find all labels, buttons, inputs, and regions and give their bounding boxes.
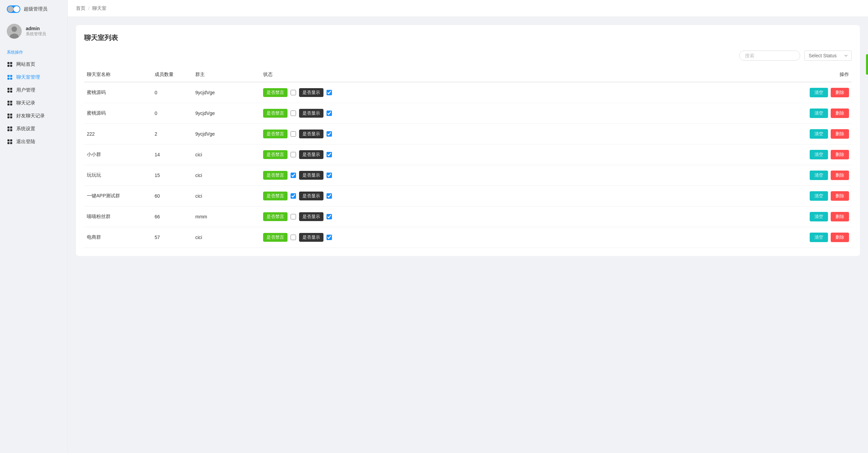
cell-members-0: 0 — [152, 90, 193, 95]
clear-button-1[interactable]: 清空 — [810, 109, 828, 118]
nav-icon-chat-log — [7, 100, 13, 106]
ban-checkbox-wrapper-4[interactable] — [290, 172, 296, 178]
section-label: 系统操作 — [0, 44, 67, 58]
delete-button-1[interactable]: 删除 — [831, 109, 849, 118]
ban-checkbox-3[interactable] — [291, 152, 296, 157]
ban-checkbox-wrapper-7[interactable] — [290, 234, 296, 240]
delete-button-3[interactable]: 删除 — [831, 150, 849, 159]
ban-checkbox-wrapper-1[interactable] — [290, 110, 296, 116]
sidebar-item-chatroom[interactable]: 聊天室管理 — [0, 71, 67, 84]
avatar — [7, 24, 22, 39]
ban-checkbox-2[interactable] — [291, 131, 296, 137]
show-checkbox-7[interactable] — [327, 235, 332, 240]
show-checkbox-wrapper-5[interactable] — [326, 193, 332, 199]
ban-checkbox-6[interactable] — [291, 214, 296, 219]
show-checkbox-wrapper-2[interactable] — [326, 131, 332, 137]
show-checkbox-5[interactable] — [327, 193, 332, 199]
ban-checkbox-1[interactable] — [291, 111, 296, 116]
svg-rect-26 — [10, 129, 12, 131]
cell-name-4: 玩玩玩 — [84, 172, 152, 178]
show-checkbox-6[interactable] — [327, 214, 332, 219]
ban-button-0[interactable]: 是否禁言 — [263, 88, 288, 97]
clear-button-0[interactable]: 清空 — [810, 88, 828, 97]
ban-button-6[interactable]: 是否禁言 — [263, 212, 288, 221]
svg-rect-16 — [10, 101, 12, 103]
show-checkbox-2[interactable] — [327, 131, 332, 137]
ban-checkbox-wrapper-0[interactable] — [290, 90, 296, 96]
show-checkbox-wrapper-4[interactable] — [326, 172, 332, 178]
select-status[interactable]: Select Status 启用 禁用 — [804, 51, 852, 61]
delete-button-6[interactable]: 删除 — [831, 212, 849, 221]
toggle-icon[interactable] — [7, 5, 20, 13]
show-checkbox-0[interactable] — [327, 90, 332, 95]
show-checkbox-wrapper-0[interactable] — [326, 90, 332, 96]
ban-checkbox-wrapper-6[interactable] — [290, 214, 296, 220]
ban-checkbox-wrapper-2[interactable] — [290, 131, 296, 137]
ban-button-5[interactable]: 是否禁言 — [263, 192, 288, 200]
nav-icon-logout — [7, 139, 13, 145]
svg-rect-29 — [7, 142, 9, 144]
cell-status-4: 是否禁言 是否显示 — [260, 171, 801, 180]
clear-button-7[interactable]: 清空 — [810, 233, 828, 242]
ban-checkbox-wrapper-5[interactable] — [290, 193, 296, 199]
col-actions: 操作 — [801, 72, 852, 78]
cell-owner-6: mmm — [193, 214, 260, 219]
ban-button-4[interactable]: 是否禁言 — [263, 171, 288, 180]
cell-members-3: 14 — [152, 152, 193, 157]
breadcrumb-home[interactable]: 首页 — [76, 5, 85, 12]
delete-button-0[interactable]: 删除 — [831, 88, 849, 97]
show-checkbox-3[interactable] — [327, 152, 332, 157]
show-checkbox-wrapper-7[interactable] — [326, 234, 332, 240]
ban-button-2[interactable]: 是否禁言 — [263, 130, 288, 138]
clear-button-4[interactable]: 清空 — [810, 171, 828, 180]
ban-checkbox-wrapper-3[interactable] — [290, 152, 296, 158]
ban-button-7[interactable]: 是否禁言 — [263, 233, 288, 242]
svg-rect-12 — [10, 88, 12, 90]
search-input[interactable] — [739, 51, 800, 61]
delete-button-7[interactable]: 删除 — [831, 233, 849, 242]
table-header: 聊天室名称 成员数量 群主 状态 操作 — [84, 67, 852, 82]
show-button-0[interactable]: 是否显示 — [299, 88, 323, 97]
show-button-4[interactable]: 是否显示 — [299, 171, 323, 180]
clear-button-5[interactable]: 清空 — [810, 191, 828, 201]
sidebar-item-users[interactable]: 用户管理 — [0, 84, 67, 97]
svg-point-1 — [12, 26, 17, 32]
show-checkbox-wrapper-6[interactable] — [326, 214, 332, 220]
col-name: 聊天室名称 — [84, 72, 152, 78]
sidebar-item-chat-log[interactable]: 聊天记录 — [0, 97, 67, 110]
sidebar-item-logout[interactable]: 退出登陆 — [0, 135, 67, 148]
show-button-2[interactable]: 是否显示 — [299, 130, 323, 138]
sidebar-item-friend-log[interactable]: 好友聊天记录 — [0, 110, 67, 122]
delete-button-5[interactable]: 删除 — [831, 191, 849, 201]
sidebar-item-home[interactable]: 网站首页 — [0, 58, 67, 71]
delete-button-2[interactable]: 删除 — [831, 129, 849, 139]
show-button-7[interactable]: 是否显示 — [299, 233, 323, 242]
ban-checkbox-7[interactable] — [291, 235, 296, 240]
nav-icon-settings — [7, 126, 13, 132]
ban-checkbox-4[interactable] — [291, 173, 296, 178]
nav-icon-users — [7, 87, 13, 93]
sidebar-item-settings[interactable]: 系统设置 — [0, 122, 67, 135]
show-checkbox-wrapper-1[interactable] — [326, 110, 332, 116]
show-button-5[interactable]: 是否显示 — [299, 192, 323, 200]
svg-rect-3 — [7, 62, 9, 64]
delete-button-4[interactable]: 删除 — [831, 171, 849, 180]
show-button-3[interactable]: 是否显示 — [299, 150, 323, 159]
show-button-6[interactable]: 是否显示 — [299, 212, 323, 221]
clear-button-2[interactable]: 清空 — [810, 129, 828, 139]
ban-checkbox-0[interactable] — [291, 90, 296, 95]
cell-name-7: 电商群 — [84, 234, 152, 240]
ban-button-3[interactable]: 是否禁言 — [263, 150, 288, 159]
clear-button-6[interactable]: 清空 — [810, 212, 828, 221]
nav-icon-friend-log — [7, 113, 13, 119]
show-checkbox-1[interactable] — [327, 111, 332, 116]
show-button-1[interactable]: 是否显示 — [299, 109, 323, 118]
show-checkbox-wrapper-3[interactable] — [326, 152, 332, 158]
content-area: 聊天室列表 Select Status 启用 禁用 聊天室名称 成员数量 群主 … — [68, 17, 868, 453]
clear-button-3[interactable]: 清空 — [810, 150, 828, 159]
main-area: 首页 / 聊天室 聊天室列表 Select Status 启用 禁用 聊天室名称… — [68, 0, 868, 453]
table-row: 蜜桃源码 0 9ycjdVge 是否禁言 是否显示 清空 删除 — [84, 82, 852, 103]
ban-button-1[interactable]: 是否禁言 — [263, 109, 288, 118]
show-checkbox-4[interactable] — [327, 173, 332, 178]
ban-checkbox-5[interactable] — [291, 193, 296, 199]
